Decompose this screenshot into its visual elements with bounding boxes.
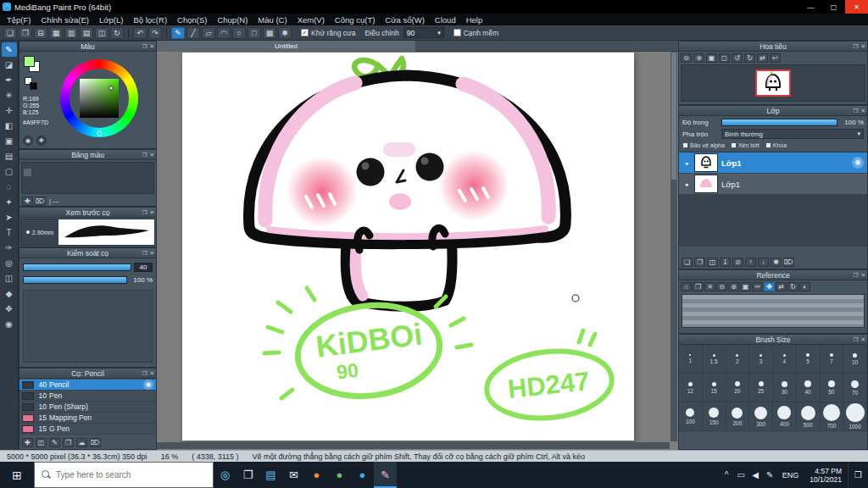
brush-row[interactable]: 10 Pen [19, 391, 156, 402]
pixel-grid-icon[interactable]: ▥ [64, 27, 78, 39]
volume-icon[interactable]: ◀ [748, 462, 763, 488]
menu-item[interactable]: Chụp(N) [212, 14, 253, 25]
gradient-tool-icon[interactable]: ▤ [2, 149, 17, 164]
action-center-icon[interactable]: ❒ [848, 462, 868, 488]
redo-icon[interactable]: ↷ [148, 27, 162, 39]
brush-size-slider[interactable] [23, 263, 131, 271]
language-indicator[interactable]: ENG [777, 462, 804, 488]
brush-settings-icon[interactable]: ❋ [143, 380, 153, 390]
brush-folder-icon[interactable]: ❐ [63, 438, 74, 447]
zoom-out-icon[interactable]: ⊖ [681, 53, 692, 63]
menu-item[interactable]: Chọn(S) [172, 14, 212, 25]
hue-marker[interactable] [97, 130, 103, 136]
palette-swatch[interactable] [24, 169, 31, 176]
layer-settings-icon[interactable]: ✱ [771, 258, 782, 267]
zoom-out-icon[interactable]: ⊖ [716, 282, 727, 291]
brush-opacity-slider[interactable] [23, 276, 127, 284]
open-image-icon[interactable]: ❐ [693, 282, 704, 291]
layer-visibility-icon[interactable]: ● [682, 181, 691, 187]
brush-size-cell[interactable]: 30 [773, 374, 797, 402]
brush-size-cell[interactable]: 70 [843, 374, 867, 402]
fit-icon[interactable]: ▣ [740, 282, 751, 291]
eraser-tool-icon[interactable]: ◪ [2, 58, 17, 72]
sv-marker[interactable] [108, 86, 114, 91]
blend-mode-dropdown[interactable]: Bình thường ▾ [721, 129, 864, 139]
panel-popout-icon[interactable]: ❐ [854, 108, 859, 114]
brush-tool-icon[interactable]: ✎ [2, 42, 17, 57]
add-folder-icon[interactable]: ❐ [694, 258, 705, 267]
rotate-right-icon[interactable]: ↻ [744, 53, 755, 63]
add-brush-icon[interactable]: ✚ [22, 438, 33, 447]
taskbar-clock[interactable]: 4:57 PM 10/1/2021 [804, 462, 848, 488]
rotate-canvas-icon[interactable]: ↻ [110, 27, 124, 39]
home-icon[interactable]: ⌂ [681, 282, 692, 291]
panel-popout-icon[interactable]: ❐ [142, 152, 147, 158]
curve-icon[interactable]: ◠ [217, 27, 231, 39]
saturation-value-square[interactable] [80, 79, 119, 118]
cloud-brush-icon[interactable]: ☁ [76, 438, 87, 447]
brush-size-cell[interactable]: 100 [679, 402, 703, 431]
panel-popout-icon[interactable]: ❐ [854, 43, 859, 50]
panel-popout-icon[interactable]: ❐ [854, 272, 859, 279]
brush-mode-icon[interactable]: ✎ [171, 27, 185, 39]
divide-tool-icon[interactable]: ◫ [2, 271, 17, 286]
bucket-tool-icon[interactable]: ▣ [2, 134, 17, 148]
zoom-in-icon[interactable]: ⊕ [728, 282, 739, 291]
panel-close-icon[interactable]: ✕ [861, 108, 865, 114]
panel-close-icon[interactable]: ✕ [150, 152, 154, 158]
panel-popout-icon[interactable]: ❐ [142, 370, 147, 377]
brush-size-cell[interactable]: 1 [679, 345, 703, 374]
secondary-color-swatch-alt[interactable] [30, 82, 37, 90]
brush-size-cell[interactable]: 15 [703, 374, 726, 402]
clipping-checkbox[interactable]: Xén bớt [731, 142, 760, 148]
taskbar-search[interactable] [34, 462, 214, 488]
magic-wand-tool-icon[interactable]: ✦ [2, 195, 17, 209]
clear-layer-icon[interactable]: ⊘ [732, 258, 743, 267]
brush-size-cell[interactable]: 50 [821, 374, 844, 402]
brush-size-cell[interactable]: 7 [821, 345, 844, 374]
panel-close-icon[interactable]: ✕ [150, 209, 154, 216]
brush-size-cell[interactable]: 25 [749, 374, 773, 402]
antialias-checkbox[interactable]: ✓ Khử răng cưa [301, 29, 356, 37]
brush-row[interactable]: 40 Pencil ❋ [19, 380, 156, 391]
lock-checkbox[interactable]: Khóa [765, 142, 787, 148]
edit-brush-icon[interactable]: ✎ [49, 438, 60, 447]
close-image-icon[interactable]: ✕ [704, 282, 715, 291]
add-layer-icon[interactable]: ❏ [682, 258, 693, 267]
brush-size-cell[interactable]: 20 [726, 374, 750, 402]
layer-opacity-slider[interactable] [721, 119, 837, 126]
color-wheel[interactable] [60, 59, 138, 137]
hand-icon[interactable]: ✥ [764, 282, 775, 291]
panel-popout-icon[interactable]: ❐ [142, 43, 147, 50]
cortana-icon[interactable]: ◎ [214, 462, 236, 488]
navigator-viewport[interactable] [681, 64, 865, 102]
layer-row[interactable]: ● Lớp1 ❋ [679, 152, 867, 174]
hand-tool-icon[interactable]: ✥ [2, 302, 17, 316]
soft-edge-checkbox[interactable]: Cạnh mềm [453, 29, 499, 37]
move-tool-icon[interactable]: ✛ [2, 103, 17, 118]
ellipse-icon[interactable]: ○ [232, 27, 246, 39]
canvas[interactable]: KiDBOi 90 HD247 [182, 53, 634, 441]
brush-row[interactable]: 10 Pen (Sharp) [19, 402, 156, 413]
brush-size-cell[interactable]: 500 [797, 402, 821, 431]
task-view-icon[interactable]: ❐ [236, 462, 259, 488]
save-file-icon[interactable]: ⊟ [34, 27, 47, 39]
tray-expand-icon[interactable]: ^ [720, 462, 734, 488]
panel-popout-icon[interactable]: ❐ [854, 336, 859, 343]
zoom-in-icon[interactable]: ⊕ [693, 53, 704, 63]
move-down-icon[interactable]: ↓ [758, 258, 769, 267]
duplicate-layer-icon[interactable]: ◫ [707, 258, 718, 267]
delete-brush-icon[interactable]: ⌦ [90, 438, 101, 447]
eyedropper-tool-icon[interactable]: ✑ [2, 241, 17, 255]
medibang-taskbar-icon[interactable]: ✎ [374, 462, 397, 488]
new-canvas-icon[interactable]: ❏ [3, 27, 17, 39]
navigator-thumbnail[interactable] [755, 69, 791, 97]
menu-item[interactable]: Cửa sổ(W) [380, 14, 429, 25]
brush-size-cell[interactable]: 10 [843, 345, 867, 374]
fill-shape-icon[interactable]: ▩ [263, 27, 276, 39]
menu-item[interactable]: Chỉnh sửa(E) [36, 14, 95, 25]
fit-window-icon[interactable]: ▣ [706, 53, 717, 63]
duplicate-brush-icon[interactable]: ◫ [36, 438, 47, 447]
open-file-icon[interactable]: ❐ [19, 27, 32, 39]
text-tool-icon[interactable]: T [2, 225, 17, 240]
